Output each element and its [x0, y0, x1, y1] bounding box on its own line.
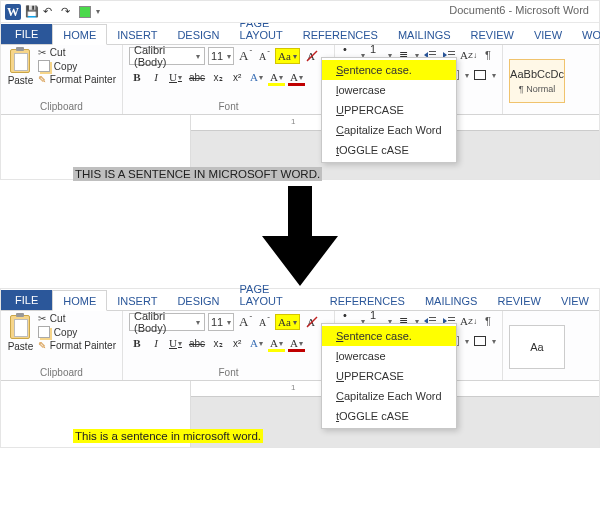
- tab-mailings[interactable]: MAILINGS: [415, 291, 488, 310]
- format-painter-button[interactable]: Format Painter: [38, 74, 116, 85]
- tab-design[interactable]: DESIGN: [167, 291, 229, 310]
- tab-design[interactable]: DESIGN: [167, 25, 229, 44]
- word-app-icon: W: [5, 4, 21, 20]
- svg-rect-25: [448, 317, 455, 318]
- tab-file[interactable]: FILE: [1, 290, 52, 310]
- tab-mailings[interactable]: MAILINGS: [388, 25, 461, 44]
- tab-home[interactable]: HOME: [52, 24, 107, 45]
- group-clipboard-title: Clipboard: [7, 366, 116, 380]
- tab-references[interactable]: REFERENCES: [293, 25, 388, 44]
- brush-icon: [38, 74, 46, 85]
- group-styles: AaBbCcDc ¶ Normal: [503, 45, 599, 114]
- quick-access-toolbar: W 💾 ↶ ↷ ▾ Document6 - Microsoft Word: [1, 1, 599, 23]
- borders-button[interactable]: [472, 67, 488, 83]
- underline-button[interactable]: U▾: [167, 335, 184, 351]
- tab-worldox[interactable]: WORLDOX: [572, 25, 600, 44]
- case-sentence[interactable]: Sentence case.: [322, 326, 456, 346]
- superscript-button[interactable]: x: [229, 335, 245, 351]
- document-text-result[interactable]: This is a sentence in microsoft word.: [73, 429, 263, 443]
- qat-dropdown-icon[interactable]: ▾: [96, 7, 100, 16]
- show-marks-button[interactable]: [480, 313, 496, 329]
- case-capitalize[interactable]: Capitalize Each Word: [322, 386, 456, 406]
- grow-font-button[interactable]: [237, 48, 253, 64]
- group-clipboard: Paste Cut Copy Format Painter Clipboard: [1, 45, 123, 114]
- font-name-combo[interactable]: Calibri (Body)▾: [129, 313, 205, 331]
- case-toggle[interactable]: tOGGLE cASE: [322, 406, 456, 426]
- grow-font-button[interactable]: [237, 314, 253, 330]
- ribbon: Paste Cut Copy Format Painter Clipboard …: [1, 311, 599, 381]
- strikethrough-button[interactable]: abc: [187, 69, 207, 85]
- chevron-down-icon: ▾: [196, 52, 200, 61]
- italic-button[interactable]: I: [148, 69, 164, 85]
- redo-icon[interactable]: ↷: [61, 5, 75, 19]
- strikethrough-button[interactable]: abc: [187, 335, 207, 351]
- font-size-combo[interactable]: 11▾: [208, 47, 234, 65]
- tab-review[interactable]: REVIEW: [461, 25, 524, 44]
- tab-file[interactable]: FILE: [1, 24, 52, 44]
- bold-button[interactable]: B: [129, 69, 145, 85]
- scissors-icon: [38, 313, 46, 324]
- change-case-button[interactable]: [275, 314, 300, 330]
- bold-button[interactable]: B: [129, 335, 145, 351]
- group-clipboard-title: Clipboard: [7, 100, 116, 114]
- font-name-combo[interactable]: Calibri (Body)▾: [129, 47, 205, 65]
- font-size-combo[interactable]: 11▾: [208, 313, 234, 331]
- sort-button[interactable]: [460, 313, 477, 329]
- svg-rect-2: [429, 51, 436, 52]
- copy-button[interactable]: Copy: [38, 60, 116, 72]
- cut-button[interactable]: Cut: [38, 47, 116, 58]
- tab-review[interactable]: REVIEW: [487, 291, 550, 310]
- case-lowercase[interactable]: lowercase: [322, 80, 456, 100]
- case-uppercase[interactable]: UPPERCASE: [322, 100, 456, 120]
- case-toggle[interactable]: tOGGLE cASE: [322, 140, 456, 160]
- superscript-button[interactable]: x: [229, 69, 245, 85]
- font-name-value: Calibri (Body): [134, 44, 192, 68]
- paste-button[interactable]: Paste: [7, 47, 34, 100]
- copy-button[interactable]: Copy: [38, 326, 116, 338]
- format-painter-button[interactable]: Format Painter: [38, 340, 116, 351]
- font-color-button[interactable]: ▾: [288, 335, 305, 351]
- shrink-font-button[interactable]: [256, 314, 272, 330]
- underline-button[interactable]: U▾: [167, 69, 184, 85]
- text-effects-button[interactable]: A▾: [248, 335, 265, 351]
- tab-view[interactable]: VIEW: [524, 25, 572, 44]
- change-case-button[interactable]: [275, 48, 300, 64]
- tab-references[interactable]: REFERENCES: [320, 291, 415, 310]
- case-sentence[interactable]: SSentence case.entence case.: [322, 60, 456, 80]
- tab-insert[interactable]: INSERT: [107, 291, 167, 310]
- case-lowercase[interactable]: lowercase: [322, 346, 456, 366]
- clear-formatting-button[interactable]: A: [303, 314, 321, 330]
- scissors-icon: [38, 47, 46, 58]
- cut-button[interactable]: Cut: [38, 313, 116, 324]
- style-normal[interactable]: Aa: [509, 325, 565, 369]
- case-uppercase[interactable]: UPPERCASE: [322, 366, 456, 386]
- tab-home[interactable]: HOME: [52, 290, 107, 311]
- clear-formatting-button[interactable]: A: [303, 48, 321, 64]
- italic-button[interactable]: I: [148, 335, 164, 351]
- paste-button[interactable]: Paste: [7, 313, 34, 366]
- undo-icon[interactable]: ↶: [43, 5, 57, 19]
- chevron-down-icon: ▾: [196, 318, 200, 327]
- color-swatch-icon[interactable]: [79, 6, 91, 18]
- tab-page-layout[interactable]: PAGE LAYOUT: [230, 279, 320, 310]
- highlight-button[interactable]: ▾: [268, 335, 285, 351]
- subscript-button[interactable]: x: [210, 335, 226, 351]
- font-size-value: 11: [211, 316, 223, 328]
- font-color-button[interactable]: ▾: [288, 69, 305, 85]
- document-text-selected[interactable]: THIS IS A SENTENCE IN MICROSOFT WORD.: [73, 167, 322, 181]
- ribbon: Paste Cut Copy Format Painter Clipboard …: [1, 45, 599, 115]
- highlight-button[interactable]: ▾: [268, 69, 285, 85]
- style-normal[interactable]: AaBbCcDc ¶ Normal: [509, 59, 565, 103]
- shrink-font-button[interactable]: [256, 48, 272, 64]
- case-capitalize[interactable]: Capitalize Each Word: [322, 120, 456, 140]
- copy-icon: [38, 326, 50, 338]
- borders-button[interactable]: [472, 333, 488, 349]
- text-effects-button[interactable]: A▾: [248, 69, 265, 85]
- tab-insert[interactable]: INSERT: [107, 25, 167, 44]
- tab-view[interactable]: VIEW: [551, 291, 599, 310]
- save-icon[interactable]: 💾: [25, 5, 39, 19]
- format-painter-label: Format Painter: [50, 74, 116, 85]
- sort-button[interactable]: [460, 47, 477, 63]
- subscript-button[interactable]: x: [210, 69, 226, 85]
- show-marks-button[interactable]: [480, 47, 496, 63]
